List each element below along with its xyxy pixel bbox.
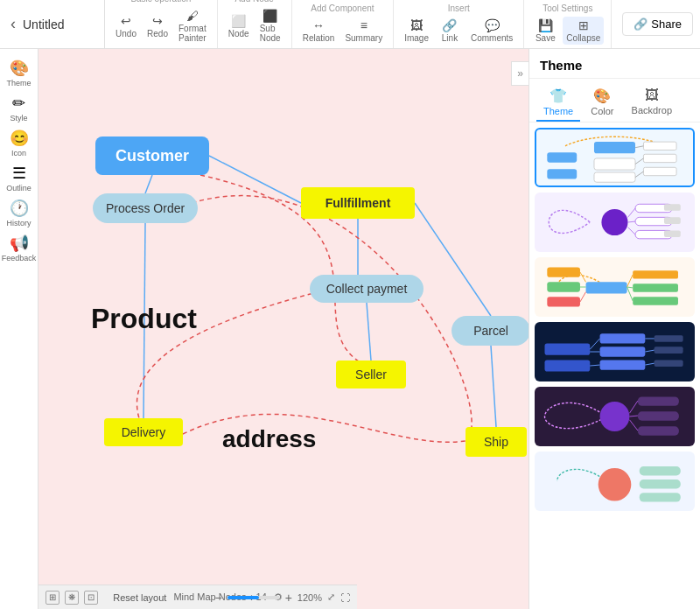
- tool-settings-label: Tool Settings: [542, 4, 592, 13]
- panel-tabs: 👕 Theme 🎨 Color 🖼 Backdrop: [529, 79, 700, 122]
- ship-node[interactable]: Ship: [466, 427, 527, 457]
- zoom-in-btn[interactable]: +: [285, 591, 292, 605]
- history-icon: 🕐: [10, 199, 29, 218]
- save-button[interactable]: 💾 Save: [531, 17, 559, 45]
- relation-button[interactable]: ↔ Relation: [299, 17, 339, 45]
- panel-title: Theme: [529, 49, 700, 79]
- delivery-label: Delivery: [122, 425, 166, 439]
- add-node-items: ⬜ Node ⬛ Sub Node: [225, 7, 284, 45]
- back-button[interactable]: ‹: [10, 15, 16, 33]
- link-label: Link: [442, 33, 458, 43]
- backdrop-tab-icon: 🖼: [645, 88, 659, 103]
- undo-button[interactable]: ↩ Undo: [112, 12, 140, 40]
- fulfillment-node[interactable]: Fullfillment: [301, 187, 415, 219]
- node-button[interactable]: ⬜ Node: [225, 12, 253, 40]
- theme-list: [529, 122, 700, 609]
- feedback-icon: 📢: [10, 234, 29, 253]
- save-icon: 💾: [538, 18, 553, 32]
- canvas-area[interactable]: Customer Process Order Fullfillment Coll…: [38, 49, 528, 609]
- feedback-sidebar-label: Feedback: [2, 254, 37, 262]
- svg-line-35: [580, 272, 586, 282]
- sidebar-item-style[interactable]: ✏ Style: [3, 91, 36, 124]
- outline-sidebar-label: Outline: [6, 184, 32, 192]
- theme-option-4[interactable]: [535, 322, 695, 382]
- link-button[interactable]: 🔗 Link: [436, 17, 464, 45]
- sidebar-item-history[interactable]: 🕐 History: [3, 196, 36, 229]
- fullscreen-btn[interactable]: ⛶: [340, 592, 350, 603]
- comments-icon: 💬: [485, 18, 500, 32]
- sub-node-icon: ⬛: [262, 9, 277, 23]
- svg-rect-25: [664, 204, 681, 211]
- svg-rect-10: [594, 158, 635, 170]
- svg-point-62: [598, 468, 632, 501]
- status-icon-2[interactable]: ❋: [65, 591, 79, 605]
- address-label: address: [222, 425, 316, 453]
- redo-label: Redo: [147, 29, 168, 38]
- status-icon-1[interactable]: ⊞: [46, 591, 60, 605]
- fit-screen-btn[interactable]: ⤢: [327, 592, 335, 603]
- basic-operation-label: Basic operation: [130, 0, 191, 4]
- seller-node[interactable]: Seller: [336, 360, 406, 388]
- share-button[interactable]: 🔗 Share: [622, 12, 693, 36]
- parcel-node[interactable]: Parcel: [452, 316, 528, 346]
- panel-collapse-button[interactable]: »: [511, 61, 528, 86]
- svg-rect-14: [643, 167, 676, 175]
- process-order-node[interactable]: Process Order: [93, 193, 198, 223]
- theme-option-1[interactable]: [535, 128, 695, 187]
- svg-line-24: [628, 228, 635, 234]
- zoom-out-btn[interactable]: −: [214, 591, 221, 605]
- theme-option-2[interactable]: [535, 192, 695, 252]
- share-icon: 🔗: [634, 18, 648, 31]
- svg-rect-9: [594, 142, 635, 153]
- tab-theme[interactable]: 👕 Theme: [536, 84, 580, 122]
- delivery-node[interactable]: Delivery: [104, 418, 183, 446]
- collapse-label: Collapse: [566, 33, 600, 43]
- reset-layout-btn[interactable]: Reset layout: [113, 592, 166, 603]
- svg-line-40: [627, 287, 634, 301]
- svg-rect-48: [654, 360, 683, 367]
- sub-node-label: Sub Node: [260, 24, 281, 43]
- redo-button[interactable]: ↪ Redo: [144, 12, 172, 40]
- svg-rect-65: [640, 493, 681, 501]
- svg-point-18: [601, 209, 627, 235]
- theme-sidebar-icon: 🎨: [10, 59, 29, 78]
- theme-sidebar-label: Theme: [6, 79, 31, 88]
- tab-backdrop[interactable]: 🖼 Backdrop: [625, 84, 679, 122]
- theme-option-6[interactable]: [535, 452, 695, 511]
- customer-label: Customer: [116, 147, 189, 165]
- status-icon-3[interactable]: ⊡: [84, 591, 98, 605]
- svg-line-61: [629, 420, 637, 430]
- add-node-label: Add Node: [234, 0, 273, 4]
- comments-button[interactable]: 💬 Comments: [467, 17, 516, 45]
- sidebar-item-theme[interactable]: 🎨 Theme: [3, 56, 36, 89]
- customer-node[interactable]: Customer: [95, 136, 209, 175]
- link-icon: 🔗: [442, 18, 457, 32]
- collapse-button[interactable]: ⊞ Collapse: [563, 17, 604, 45]
- theme-option-3[interactable]: [535, 257, 695, 317]
- svg-line-23: [628, 221, 635, 222]
- sub-node-button[interactable]: ⬛ Sub Node: [256, 7, 284, 45]
- icon-sidebar-icon: 😊: [10, 129, 29, 148]
- add-component-items: ↔ Relation ≡ Summary: [299, 17, 387, 45]
- format-painter-button[interactable]: 🖌 Format Painter: [175, 7, 210, 45]
- summary-button[interactable]: ≡ Summary: [341, 17, 386, 45]
- svg-line-53: [645, 350, 654, 352]
- svg-line-39: [627, 287, 634, 288]
- svg-line-1: [209, 156, 301, 203]
- svg-rect-32: [633, 270, 678, 278]
- collect-payment-node[interactable]: Collect paymet: [310, 275, 424, 303]
- right-panel: Theme 👕 Theme 🎨 Color 🖼 Backdrop: [528, 49, 700, 609]
- outline-icon: ☰: [12, 164, 26, 183]
- tab-color[interactable]: 🎨 Color: [584, 84, 620, 122]
- image-label: Image: [404, 33, 429, 43]
- insert-items: 🖼 Image 🔗 Link 💬 Comments: [401, 17, 516, 45]
- sidebar-item-icon[interactable]: 😊 Icon: [3, 126, 36, 159]
- image-button[interactable]: 🖼 Image: [401, 17, 432, 45]
- sidebar-item-outline[interactable]: ☰ Outline: [3, 161, 36, 194]
- theme-option-5[interactable]: [535, 387, 695, 446]
- color-tab-label: Color: [591, 106, 613, 116]
- svg-line-49: [590, 339, 599, 349]
- fulfillment-label: Fullfillment: [326, 196, 391, 210]
- main-toolbar: ‹ Untitled Basic operation ↩ Undo ↪ Redo…: [0, 0, 700, 49]
- sidebar-item-feedback[interactable]: 📢 Feedback: [3, 231, 36, 264]
